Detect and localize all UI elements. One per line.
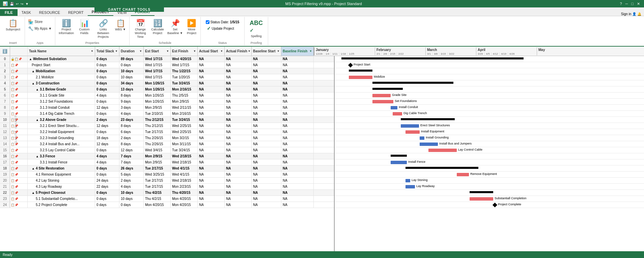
task-name-cell[interactable]: ▲Mobilization xyxy=(28,68,95,74)
est_start-cell: Wed 1/7/15 xyxy=(144,56,171,62)
table-row[interactable]: 8📋📌3.1.3 Install Conduit12 days3 daysMon… xyxy=(0,105,334,111)
custom-fields-btn[interactable]: 📊 CustomFields xyxy=(76,19,93,36)
store-btn[interactable]: 🏪 Store xyxy=(27,19,44,25)
calculate-project-btn[interactable]: 🔢 CalculateProject xyxy=(150,19,165,36)
task-name-cell[interactable]: ▲3.1 Below Grade xyxy=(28,86,95,92)
task-name-cell[interactable]: ▲3.3 Fence xyxy=(28,153,95,159)
help-btn[interactable]: ? xyxy=(618,2,623,6)
task-name-cell[interactable]: 4.3 Lay Roadway xyxy=(28,184,95,189)
update-project-btn[interactable]: ✓ Update Project xyxy=(206,25,235,31)
tab-resource[interactable]: RESOURCE xyxy=(35,9,64,16)
col-header-actual-start[interactable]: Actual Start ▼ xyxy=(198,47,225,56)
tab-task[interactable]: TASK xyxy=(18,9,35,16)
baseline_start-cell: NA xyxy=(252,196,281,202)
task-name-cell[interactable]: 3.2.2 Install Equipment xyxy=(28,129,95,135)
task-name-cell[interactable]: Project Start xyxy=(28,62,95,68)
task-name-cell[interactable]: 3.2.5 Lay Control Cable xyxy=(28,147,95,153)
change-working-time-btn[interactable]: 📅 ChangeWorkingTime xyxy=(132,19,149,39)
table-row[interactable]: 12📋📌3.2.2 Install Equipment0 days6 daysT… xyxy=(0,129,334,135)
tab-file[interactable]: FILE xyxy=(0,9,18,16)
task-name-cell[interactable]: 3.1.4 Dig Cable Trench xyxy=(28,111,95,117)
close-btn[interactable]: ✕ xyxy=(636,2,641,6)
table-row[interactable]: 3📋📌2.1 Mobilize0 days10 daysWed 1/7/15Tu… xyxy=(0,74,334,80)
status-date-checkbox[interactable] xyxy=(206,20,209,24)
est_start-cell: Mon 4/20/15 xyxy=(144,202,171,208)
task-name-cell[interactable]: ▲Wellmont Substation xyxy=(28,56,95,62)
table-row[interactable]: 0🔒📋📌▲Wellmont Substation0 days89 daysWed… xyxy=(0,56,334,62)
table-row[interactable]: 6📋📌3.1.1 Grade Site4 days8 daysMon 1/26/… xyxy=(0,93,334,99)
task-name-cell[interactable]: 5.1 Substantiall Completio... xyxy=(28,196,95,202)
links-between-btn[interactable]: 🔗 Links BetweenProjects xyxy=(93,19,113,39)
task-name-cell[interactable]: ▲3.2 Above Grade xyxy=(28,117,95,123)
row-number: 9 xyxy=(0,111,10,117)
table-row[interactable]: 16📋📌▲3.3 Fence4 days7 daysMon 2/9/15Wed … xyxy=(0,153,334,159)
table-row[interactable]: 22📋📌▲5 Project Closeout0 days10 daysThu … xyxy=(0,190,334,196)
table-row[interactable]: 21📋📌4.3 Lay Roadway22 days4 daysTue 2/17… xyxy=(0,184,334,190)
table-row[interactable]: 24📋📌5.2 Project Complete0 days0 daysMon … xyxy=(0,202,334,208)
table-row[interactable]: 9📋📌3.1.4 Dig Cable Trench0 days4 daysTue… xyxy=(0,111,334,117)
col-header-baseline-finish[interactable]: Baseline Finish ▼ xyxy=(281,47,314,56)
col-header-duration[interactable]: Duration ▼ xyxy=(119,47,144,56)
table-row[interactable]: 20📋📌4.2 Lay Stoning24 days2 daysTue 2/17… xyxy=(0,178,334,184)
task-name-cell[interactable]: 3.3.1 Install Fence xyxy=(28,159,95,165)
table-row[interactable]: 19📋📌4.1 Remove Equipment0 days5 daysWed … xyxy=(0,172,334,178)
task-name-cell[interactable]: ▲5 Project Closeout xyxy=(28,190,95,196)
move-project-btn[interactable]: ▶️ MoveProject xyxy=(185,19,198,36)
task-name-cell[interactable]: 3.1.1 Grade Site xyxy=(28,93,95,98)
task-name-cell[interactable]: 3.2.3 Install Grounding xyxy=(28,135,95,141)
table-row[interactable]: 2📋📌▲Mobilization0 days10 daysWed 1/7/15T… xyxy=(0,68,334,74)
table-row[interactable]: 4📋📌▲3 Construction0 days34 daysMon 1/26/… xyxy=(0,80,334,86)
task-name-cell[interactable]: 5.2 Project Complete xyxy=(28,202,95,208)
col-header-actual-finish[interactable]: Actual Finish ▼ xyxy=(225,47,252,56)
minimize-btn[interactable]: ─ xyxy=(624,2,629,6)
set-baseline-btn[interactable]: 📌 SetBaseline ▼ xyxy=(166,19,184,36)
col-header-est-start[interactable]: Est Start ▼ xyxy=(144,47,171,56)
task-name-cell[interactable]: 3.1.2 Set Foundations xyxy=(28,99,95,104)
maximize-btn[interactable]: □ xyxy=(630,2,635,6)
spelling-btn[interactable]: ABC✓ Spelling xyxy=(248,19,264,39)
duration-cell: 0 days xyxy=(119,202,144,208)
col-header-est-finish[interactable]: Est Finish ▼ xyxy=(171,47,198,56)
table-row[interactable]: 13📋📌3.2.3 Install Grounding18 days2 days… xyxy=(0,135,334,141)
task-name-cell[interactable]: 4.1 Remove Equipment xyxy=(28,172,95,177)
task-name-cell[interactable]: 4.2 Lay Stoning xyxy=(28,178,95,183)
task-name-cell[interactable]: ▲3 Construction xyxy=(28,80,95,86)
task-name-cell[interactable]: 2.1 Mobilize xyxy=(28,74,95,80)
task-name-cell[interactable]: 3.2.1 Erect Steel Structu... xyxy=(28,123,95,129)
my-apps-btn[interactable]: 🔧 My Apps ▼ xyxy=(27,26,53,31)
col-header-baseline-start[interactable]: Baseline Start ▼ xyxy=(252,47,281,56)
wbs-btn[interactable]: 📋 WBS ▼ xyxy=(114,19,127,32)
subproject-btn[interactable]: 📋 Subproject xyxy=(4,19,22,32)
row-number: 13 xyxy=(0,135,10,141)
task-name-cell[interactable]: 3.2.4 Install Bus and Jun... xyxy=(28,141,95,147)
table-row[interactable]: 7📋📌3.1.2 Set Foundations0 days9 daysMon … xyxy=(0,99,334,105)
signin-btn[interactable]: Sign in 👤 🔔 xyxy=(621,12,641,16)
table-row[interactable]: 23📋📌5.1 Substantiall Completio...0 days1… xyxy=(0,196,334,202)
row-icons: 📋📌 xyxy=(10,147,28,153)
actual_start-cell: NA xyxy=(198,99,225,104)
project-information-btn[interactable]: ℹ️ ProjectInformation xyxy=(57,19,75,36)
duration-cell: 23 days xyxy=(119,117,144,123)
table-row[interactable]: 17📋📌3.3.1 Install Fence4 days7 daysMon 2… xyxy=(0,159,334,165)
table-row[interactable]: 14📋📌3.2.4 Install Bus and Jun...12 days8… xyxy=(0,141,334,147)
row-icons: 📋📌 xyxy=(10,129,28,135)
tab-report[interactable]: REPORT xyxy=(64,9,88,16)
col-header-task-name[interactable]: Task Name ▼ xyxy=(28,47,95,56)
table-row[interactable]: 15📋📌3.2.5 Lay Control Cable0 days12 days… xyxy=(0,147,334,153)
info-icon[interactable]: ℹ️ xyxy=(2,49,7,54)
table-row[interactable]: 18📋📌▲4 Site Restoration0 days26 daysTue … xyxy=(0,165,334,172)
table-row[interactable]: 10📋📌▲3.2 Above Grade2 days23 daysThu 2/1… xyxy=(0,117,334,123)
table-row[interactable]: 5📋📌▲3.1 Below Grade0 days13 daysMon 1/26… xyxy=(0,86,334,93)
milestone-diamond xyxy=(348,63,353,68)
task-name-cell[interactable]: ▲4 Site Restoration xyxy=(28,165,95,171)
table-row[interactable]: 1📋📌Project Start0 days0 daysWed 1/7/15We… xyxy=(0,62,334,68)
est_finish-cell: Wed 1/7/15 xyxy=(171,62,198,68)
table-row[interactable]: 11📋📌3.2.1 Erect Steel Structu...12 days8… xyxy=(0,123,334,129)
baseline_finish-cell: NA xyxy=(281,86,314,92)
task-name-cell[interactable]: 3.1.3 Install Conduit xyxy=(28,105,95,110)
row-number: 21 xyxy=(0,184,10,189)
actual_start-cell: NA xyxy=(198,105,225,110)
est_start-cell: Thu 2/12/15 xyxy=(144,117,171,123)
col-header-total-slack[interactable]: Total Slack ▼ xyxy=(95,47,119,56)
est_start-cell: Wed 3/4/15 xyxy=(144,147,171,153)
